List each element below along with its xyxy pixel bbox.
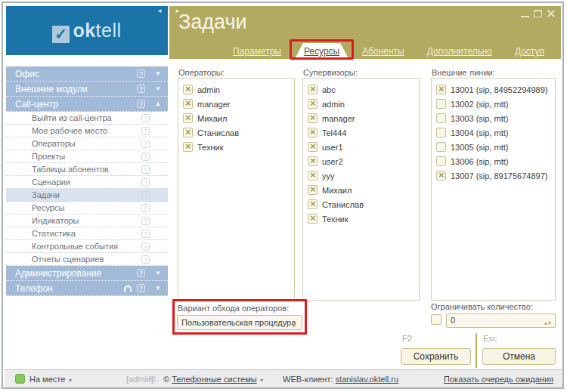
tab[interactable]: Дополнительно (418, 43, 501, 59)
tab[interactable]: Доступ (506, 43, 553, 59)
tab[interactable]: Абоненты (353, 43, 414, 59)
help-icon[interactable] (137, 284, 145, 292)
help-icon[interactable] (137, 69, 145, 78)
checkbox-icon[interactable] (308, 99, 318, 109)
minimize-button[interactable] (521, 11, 529, 17)
checkbox-icon[interactable] (183, 128, 193, 137)
help-icon[interactable] (141, 191, 150, 199)
list-item[interactable]: admin (181, 82, 291, 97)
sidebar-item[interactable]: Отчеты сценариев (6, 253, 168, 266)
sidebar-item[interactable]: Офис ▼ (6, 66, 168, 82)
cancel-button[interactable]: Отмена (482, 348, 556, 365)
help-icon[interactable] (141, 165, 150, 174)
help-icon[interactable] (137, 85, 145, 93)
help-icon[interactable] (137, 269, 145, 277)
checkbox-icon[interactable] (308, 214, 318, 224)
list-item[interactable]: yyy (306, 168, 416, 183)
list-item[interactable]: 13001 (sip, 84952294989) (435, 82, 552, 97)
checkbox-icon[interactable] (308, 142, 318, 152)
sidebar-item[interactable]: Проекты (6, 150, 168, 163)
checkbox-icon[interactable] (308, 85, 318, 94)
checkbox-icon[interactable] (436, 156, 446, 166)
presence-status-icon[interactable] (15, 374, 25, 384)
checkbox-icon[interactable] (183, 142, 193, 152)
checkbox-icon[interactable] (436, 128, 446, 137)
chevron-icon[interactable]: ▼ (155, 266, 161, 281)
sidebar-item[interactable]: Выйти из call-центра (6, 112, 168, 125)
help-icon[interactable] (137, 100, 145, 108)
list-item[interactable]: 13005 (sip, mtt) (435, 140, 552, 154)
tab[interactable]: Ресурсы (295, 43, 349, 59)
checkbox-icon[interactable] (308, 171, 318, 181)
collapse-left-icon[interactable]: ◄ (156, 8, 163, 14)
close-button[interactable] (547, 10, 555, 17)
checkbox-icon[interactable] (308, 199, 318, 209)
sidebar-item[interactable]: Сценарии (6, 176, 168, 189)
help-icon[interactable] (141, 114, 150, 122)
chevron-icon[interactable]: ▼ (155, 66, 161, 82)
sidebar-item[interactable]: Внешние модули ▼ (6, 82, 168, 97)
sidebar-item[interactable]: Статистика (6, 227, 168, 240)
checkbox-icon[interactable] (436, 99, 446, 109)
help-icon[interactable] (141, 242, 150, 251)
checkbox-icon[interactable] (308, 156, 318, 166)
list-item[interactable]: Техник (181, 140, 291, 154)
company-link[interactable]: Телефонные системы (172, 375, 256, 384)
company-menu[interactable]: © Телефонные системы ▼ (163, 375, 265, 384)
list-item[interactable]: 13004 (sip, mtt) (435, 125, 552, 140)
sidebar-item[interactable]: Операторы (6, 137, 168, 150)
list-item[interactable]: user2 (306, 154, 416, 168)
list-item[interactable]: manager (181, 97, 291, 111)
sidebar-item[interactable]: Мое рабочее место (6, 125, 168, 137)
show-queue-link[interactable]: Показать очередь ожидания (444, 375, 553, 384)
sidebar-item[interactable]: Администрирование ▼ (6, 266, 168, 281)
list-item[interactable]: Техник (306, 211, 416, 226)
maximize-button[interactable] (534, 10, 542, 17)
chevron-icon[interactable]: ▼ (155, 82, 161, 97)
list-item[interactable]: Tel444 (306, 125, 416, 140)
list-item[interactable]: 13002 (sip, mtt) (435, 97, 552, 111)
list-item[interactable]: abc (306, 82, 416, 97)
help-icon[interactable] (141, 153, 150, 161)
list-item[interactable]: admin (306, 97, 416, 111)
checkbox-icon[interactable] (436, 113, 446, 123)
list-item[interactable]: manager (306, 111, 416, 125)
checkbox-icon[interactable] (308, 185, 318, 195)
list-item[interactable]: Станислав (181, 125, 291, 140)
supervisors-list[interactable]: abc admin manager Tel444 user1 (302, 78, 420, 301)
limit-spinner[interactable]: 0 ▴▾ (446, 313, 556, 328)
webclient-link[interactable]: stanislav.oktell.ru (336, 375, 399, 384)
spinner-arrows-icon[interactable]: ▴▾ (544, 316, 552, 329)
envelope-icon[interactable]: ✉ (148, 374, 156, 384)
tab[interactable]: Параметры (224, 43, 290, 59)
checkbox-icon[interactable] (308, 128, 318, 137)
list-item[interactable]: Станислав (306, 197, 416, 211)
operators-list[interactable]: admin manager Михаил Станислав Техник (178, 78, 295, 301)
list-item[interactable]: 13006 (sip, mtt) (435, 154, 552, 168)
sidebar-item[interactable]: Индикаторы (6, 215, 168, 227)
sidebar-item[interactable]: Задачи (6, 189, 168, 202)
checkbox-icon[interactable] (436, 171, 446, 181)
list-item[interactable]: Михаил (306, 183, 416, 197)
presence-selector[interactable]: На месте ▼ (29, 375, 73, 384)
checkbox-icon[interactable] (183, 85, 193, 94)
list-item[interactable]: 13003 (sip, mtt) (435, 111, 552, 125)
help-icon[interactable] (141, 255, 150, 264)
sidebar-item[interactable]: Контрольные события (6, 240, 168, 253)
dropdown-arrow-icon[interactable]: ▼ (290, 319, 297, 332)
chevron-icon[interactable]: ▼ (155, 281, 161, 296)
help-icon[interactable] (141, 140, 150, 148)
help-icon[interactable] (141, 204, 150, 212)
limit-checkbox[interactable] (431, 314, 442, 325)
sidebar-item[interactable]: Таблицы абонентов (6, 163, 168, 176)
checkbox-icon[interactable] (308, 113, 318, 123)
list-item[interactable]: 13007 (sip, 89175674897) (435, 168, 552, 183)
sidebar-item[interactable]: Call-центр ▲ (6, 97, 168, 112)
list-item[interactable]: user1 (306, 140, 416, 154)
checkbox-icon[interactable] (183, 113, 193, 123)
list-item[interactable]: Михаил (181, 111, 291, 125)
checkbox-icon[interactable] (436, 85, 446, 94)
help-icon[interactable] (141, 178, 150, 187)
checkbox-icon[interactable] (183, 99, 193, 109)
save-button[interactable]: Сохранить (401, 348, 471, 365)
